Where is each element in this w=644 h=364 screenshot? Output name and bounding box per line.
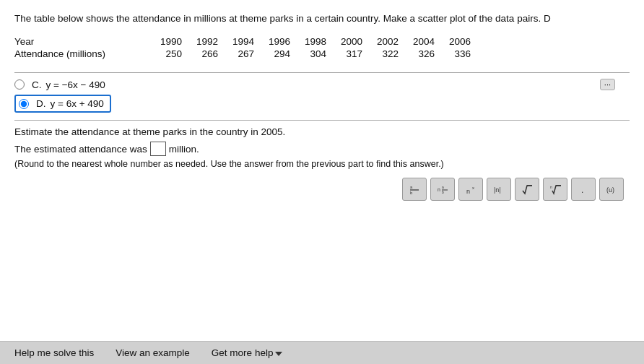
year-1: 1990 xyxy=(159,36,182,47)
att-4: 294 xyxy=(267,48,290,59)
year-2: 1992 xyxy=(195,36,218,47)
svg-text:(u): (u) xyxy=(606,186,614,194)
option-c-row: C. y = −6x − 490 ··· xyxy=(14,79,630,90)
superscript-icon: n x xyxy=(465,183,477,195)
round-note: (Round to the nearest whole number as ne… xyxy=(14,159,630,169)
option-d-label: D. xyxy=(36,98,46,109)
toolbar-row: a b n a b n x |n| xyxy=(14,178,630,201)
att-1: 250 xyxy=(159,48,182,59)
year-6: 2000 xyxy=(339,36,362,47)
example-link[interactable]: View an example xyxy=(116,347,190,358)
fraction-button[interactable]: a b xyxy=(402,178,427,201)
option-d-equation: y = 6x + 490 xyxy=(51,98,104,109)
parentheses-button[interactable]: (u) xyxy=(599,178,624,201)
nth-root-icon: n xyxy=(549,183,561,195)
att-2: 266 xyxy=(195,48,218,59)
year-values: 1990 1992 1994 1996 1998 2000 2002 2004 … xyxy=(159,36,471,47)
absolute-value-button[interactable]: |n| xyxy=(487,178,511,201)
year-8: 2004 xyxy=(412,36,435,47)
option-d-row: D. y = 6x + 490 xyxy=(14,95,630,113)
help-link[interactable]: Help me solve this xyxy=(14,347,94,358)
att-9: 336 xyxy=(448,48,471,59)
estimate-answer-row: The estimated attendance was million. xyxy=(14,142,630,156)
option-d-box[interactable]: D. y = 6x + 490 xyxy=(14,95,111,113)
estimate-heading: Estimate the attendance at theme parks i… xyxy=(14,126,630,137)
more-help-label: Get more help xyxy=(212,347,274,358)
answer-prefix: The estimated attendance was xyxy=(14,144,147,155)
year-3: 1994 xyxy=(231,36,254,47)
svg-text:a: a xyxy=(442,185,444,189)
svg-text:|n|: |n| xyxy=(494,186,501,194)
answer-input-box[interactable] xyxy=(150,142,166,156)
mixed-number-button[interactable]: n a b xyxy=(430,178,455,201)
attendance-values: 250 266 267 294 304 317 322 326 336 xyxy=(159,48,471,59)
option-c-label: C. xyxy=(32,79,42,90)
chevron-down-icon xyxy=(275,352,282,356)
bottom-bar: Help me solve this View an example Get m… xyxy=(0,341,644,364)
decimal-button[interactable]: . xyxy=(571,178,596,201)
year-5: 1998 xyxy=(303,36,326,47)
divider-1 xyxy=(14,72,630,73)
data-table: Year 1990 1992 1994 1996 1998 2000 2002 … xyxy=(14,36,630,59)
get-more-help[interactable]: Get more help xyxy=(212,347,283,358)
table-row-attendance: Attendance (millions) 250 266 267 294 30… xyxy=(14,48,630,59)
option-c-radio[interactable] xyxy=(14,79,25,90)
intro-text: The table below shows the attendance in … xyxy=(14,12,630,26)
mixed-number-icon: n a b xyxy=(437,183,448,195)
svg-text:b: b xyxy=(442,190,444,194)
svg-text:b: b xyxy=(410,191,413,195)
sqrt-icon xyxy=(521,183,533,195)
svg-text:n: n xyxy=(550,185,552,189)
svg-text:a: a xyxy=(410,185,413,189)
svg-text:n: n xyxy=(466,188,470,195)
svg-text:n: n xyxy=(438,187,440,192)
year-7: 2002 xyxy=(375,36,399,47)
sqrt-button[interactable] xyxy=(515,178,539,201)
table-row-years: Year 1990 1992 1994 1996 1998 2000 2002 … xyxy=(14,36,630,47)
estimate-section: Estimate the attendance at theme parks i… xyxy=(14,120,630,169)
nth-root-button[interactable]: n xyxy=(543,178,567,201)
parentheses-icon: (u) xyxy=(606,183,617,195)
att-3: 267 xyxy=(231,48,254,59)
year-4: 1996 xyxy=(267,36,290,47)
svg-text:x: x xyxy=(472,186,474,190)
year-label: Year xyxy=(14,36,159,47)
att-6: 317 xyxy=(339,48,362,59)
svg-text:.: . xyxy=(581,185,583,195)
att-5: 304 xyxy=(303,48,326,59)
decimal-icon: . xyxy=(578,183,589,195)
answer-suffix: million. xyxy=(169,144,199,155)
main-container: The table below shows the attendance in … xyxy=(0,0,644,364)
att-8: 326 xyxy=(412,48,435,59)
options-section: C. y = −6x − 490 ··· D. y = 6x + 490 xyxy=(14,79,630,113)
absolute-value-icon: |n| xyxy=(493,183,505,195)
year-9: 2006 xyxy=(448,36,471,47)
superscript-button[interactable]: n x xyxy=(458,178,483,201)
dots-button[interactable]: ··· xyxy=(600,79,615,90)
attendance-label: Attendance (millions) xyxy=(14,48,159,59)
att-7: 322 xyxy=(375,48,399,59)
option-d-radio[interactable] xyxy=(19,99,29,109)
option-c-equation: y = −6x − 490 xyxy=(46,79,105,90)
fraction-icon: a b xyxy=(409,183,420,195)
